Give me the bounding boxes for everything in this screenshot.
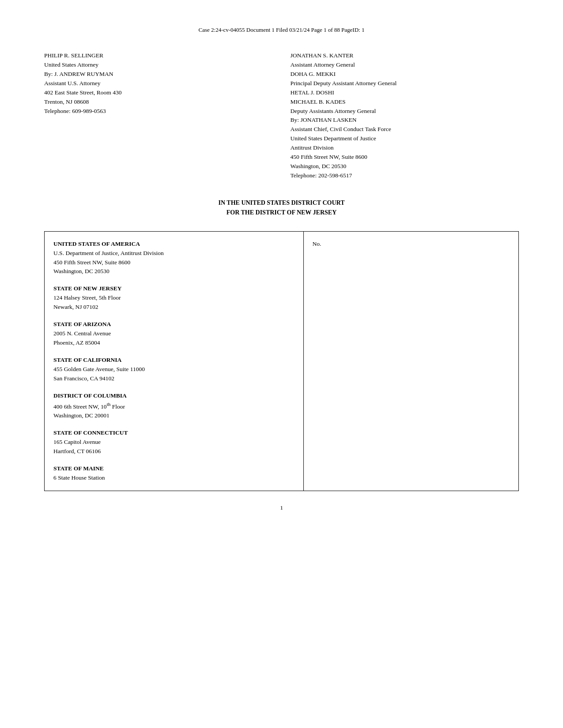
party-ct-addr1: 165 Capitol Avenue <box>53 438 295 447</box>
party-ct-name: STATE OF CONNECTICUT <box>53 428 295 438</box>
left-attorney-title: United States Attorney <box>44 60 273 70</box>
party-ca-addr2: San Francisco, CA 94102 <box>53 374 295 383</box>
left-attorney-name: PHILIP R. SELLINGER <box>44 51 273 60</box>
left-attorney-block: PHILIP R. SELLINGER United States Attorn… <box>44 51 273 180</box>
left-attorney-by: By: J. ANDREW RUYMAN <box>44 70 273 79</box>
right-attorney-addr2: Washington, DC 20530 <box>291 162 519 171</box>
page-number: 1 <box>280 504 283 511</box>
right-attorney-div: Antitrust Division <box>291 143 519 153</box>
case-number-block: No. <box>304 232 518 491</box>
right-attorney-name3: HETAL J. DOSHI <box>291 88 519 98</box>
party-az-addr2: Phoenix, AZ 85004 <box>53 338 295 348</box>
case-number-label: No. <box>313 240 321 247</box>
case-header: Case 2:24-cv-04055 Document 1 Filed 03/2… <box>44 26 519 34</box>
left-attorney-role: Assistant U.S. Attorney <box>44 79 273 88</box>
party-me: STATE OF MAINE 6 State House Station <box>53 464 295 483</box>
party-ca: STATE OF CALIFORNIA 455 Golden Gate Aven… <box>53 356 295 383</box>
party-usa-name: UNITED STATES OF AMERICA <box>53 240 295 249</box>
document-page: Case 2:24-cv-04055 Document 1 Filed 03/2… <box>0 0 563 728</box>
party-dc-name: DISTRICT OF COLUMBIA <box>53 391 295 401</box>
attorney-header: PHILIP R. SELLINGER United States Attorn… <box>44 51 519 180</box>
party-ca-name: STATE OF CALIFORNIA <box>53 356 295 365</box>
right-attorney-role: Assistant Chief, Civil Conduct Task Forc… <box>291 125 519 134</box>
right-attorney-title2: Principal Deputy Assistant Attorney Gene… <box>291 79 519 88</box>
party-usa-addr2: 450 Fifth Street NW, Suite 8600 <box>53 258 295 267</box>
right-attorney-title3: Deputy Assistants Attorney General <box>291 107 519 116</box>
court-title: IN THE UNITED STATES DISTRICT COURT FOR … <box>44 198 519 218</box>
right-attorney-name: JONATHAN S. KANTER <box>291 51 519 60</box>
case-parties-left: UNITED STATES OF AMERICA U.S. Department… <box>45 232 304 491</box>
court-title-line1: IN THE UNITED STATES DISTRICT COURT <box>44 198 519 208</box>
right-attorney-name4: MICHAEL B. KADES <box>291 98 519 107</box>
party-me-addr1: 6 State House Station <box>53 473 295 483</box>
court-title-line2: FOR THE DISTRICT OF NEW JERSEY <box>44 208 519 218</box>
party-az-addr1: 2005 N. Central Avenue <box>53 329 295 338</box>
party-nj-addr1: 124 Halsey Street, 5th Floor <box>53 293 295 303</box>
case-header-text: Case 2:24-cv-04055 Document 1 Filed 03/2… <box>199 26 365 33</box>
right-attorney-phone: Telephone: 202-598-6517 <box>291 171 519 180</box>
party-az-name: STATE OF ARIZONA <box>53 320 295 329</box>
page-footer: 1 <box>44 504 519 511</box>
party-usa-addr3: Washington, DC 20530 <box>53 267 295 276</box>
right-attorney-by: By: JONATHAN LASKEN <box>291 116 519 125</box>
party-me-name: STATE OF MAINE <box>53 464 295 473</box>
party-ct-addr2: Hartford, CT 06106 <box>53 447 295 456</box>
party-dc-addr2: Washington, DC 20001 <box>53 411 295 420</box>
left-attorney-phone: Telephone: 609-989-0563 <box>44 107 273 116</box>
right-attorney-name2: DOHA G. MEKKI <box>291 70 519 79</box>
case-box: UNITED STATES OF AMERICA U.S. Department… <box>44 231 519 491</box>
right-attorney-block: JONATHAN S. KANTER Assistant Attorney Ge… <box>291 51 519 180</box>
party-dc: DISTRICT OF COLUMBIA 400 6th Street NW, … <box>53 391 295 420</box>
party-usa: UNITED STATES OF AMERICA U.S. Department… <box>53 240 295 277</box>
party-usa-addr1: U.S. Department of Justice, Antitrust Di… <box>53 249 295 258</box>
right-attorney-title: Assistant Attorney General <box>291 60 519 70</box>
party-nj: STATE OF NEW JERSEY 124 Halsey Street, 5… <box>53 284 295 312</box>
party-az: STATE OF ARIZONA 2005 N. Central Avenue … <box>53 320 295 348</box>
right-attorney-dept: United States Department of Justice <box>291 134 519 143</box>
left-attorney-address2: Trenton, NJ 08608 <box>44 98 273 107</box>
party-dc-addr1: 400 6th Street NW, 10th Floor <box>53 401 295 411</box>
right-attorney-addr1: 450 Fifth Street NW, Suite 8600 <box>291 153 519 162</box>
party-nj-name: STATE OF NEW JERSEY <box>53 284 295 293</box>
party-ct: STATE OF CONNECTICUT 165 Capitol Avenue … <box>53 428 295 456</box>
party-ca-addr1: 455 Golden Gate Avenue, Suite 11000 <box>53 365 295 374</box>
party-nj-addr2: Newark, NJ 07102 <box>53 303 295 312</box>
left-attorney-address1: 402 East State Street, Room 430 <box>44 88 273 98</box>
